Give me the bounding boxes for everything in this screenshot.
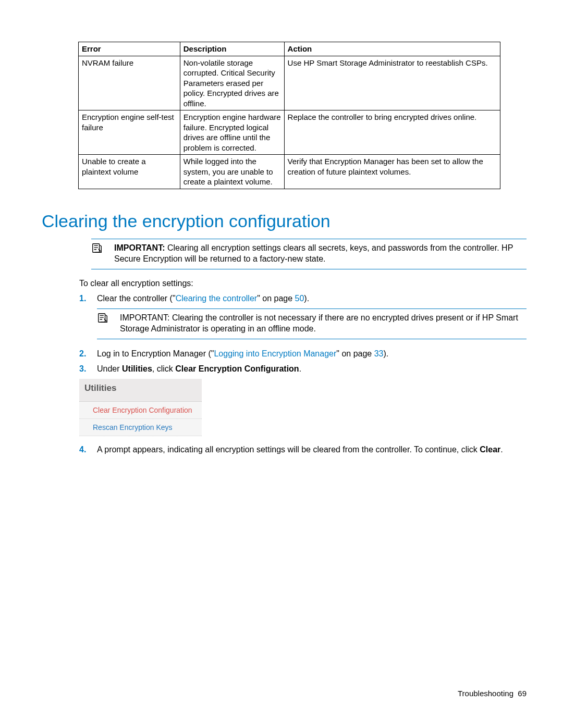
cell-error: Unable to create a plaintext volume — [79, 155, 180, 189]
step-2: 2. Log in to Encryption Manager ("Loggin… — [79, 348, 527, 360]
svg-rect-0 — [93, 243, 100, 252]
xref-page-33[interactable]: 33 — [374, 349, 384, 358]
col-action: Action — [284, 42, 500, 56]
clear-encryption-configuration-link[interactable]: Clear Encryption Configuration — [79, 402, 202, 419]
step-text: , click — [152, 364, 175, 373]
cell-error: NVRAM failure — [79, 56, 180, 110]
important-callout: IMPORTANT: Clearing the controller is no… — [97, 309, 527, 339]
step-text: . — [500, 445, 503, 454]
footer-section: Troubleshooting — [458, 689, 513, 698]
cell-action: Verify that Encryption Manager has been … — [284, 155, 500, 189]
utilities-heading: Utilities — [79, 379, 202, 402]
step-number: 1. — [79, 292, 97, 344]
step-number: 4. — [79, 443, 97, 455]
section-heading: Clearing the encryption configuration — [42, 211, 527, 231]
step-text: Clear the controller (" — [97, 294, 176, 303]
important-label: IMPORTANT: — [120, 313, 169, 322]
step-text: Under — [97, 364, 122, 373]
clear-bold: Clear — [480, 445, 500, 454]
clear-config-bold: Clear Encryption Configuration — [175, 364, 299, 373]
step-number: 3. — [79, 363, 97, 375]
cell-action: Use HP Smart Storage Administrator to re… — [284, 56, 500, 110]
important-text: Clearing the controller is not necessary… — [120, 313, 518, 334]
important-icon — [91, 242, 114, 265]
cell-desc: While logged into the system, you are un… — [180, 155, 284, 189]
step-number: 2. — [79, 348, 97, 360]
step-text: A prompt appears, indicating all encrypt… — [97, 445, 480, 454]
svg-rect-1 — [99, 314, 105, 323]
table-row: NVRAM failure Non-volatile storage corru… — [79, 56, 500, 110]
important-icon — [97, 312, 120, 335]
step-text: " on page — [257, 294, 295, 303]
table-row: Unable to create a plaintext volume Whil… — [79, 155, 500, 189]
cell-desc: Encryption engine hardware failure. Encr… — [180, 110, 284, 155]
step-text: ). — [304, 294, 309, 303]
table-row: Encryption engine self-test failure Encr… — [79, 110, 500, 155]
col-description: Description — [180, 42, 284, 56]
step-text: . — [299, 364, 301, 373]
xref-clearing-controller[interactable]: Clearing the controller — [176, 294, 258, 303]
cell-desc: Non-volatile storage corrupted. Critical… — [180, 56, 284, 110]
utilities-bold: Utilities — [122, 364, 152, 373]
step-1: 1. Clear the controller ("Clearing the c… — [79, 292, 527, 344]
important-text: Clearing all encryption settings clears … — [114, 243, 513, 264]
step-text: Log in to Encryption Manager (" — [97, 349, 214, 358]
cell-error: Encryption engine self-test failure — [79, 110, 180, 155]
step-4: 4. A prompt appears, indicating all encr… — [79, 443, 527, 455]
xref-page-50[interactable]: 50 — [295, 294, 304, 303]
error-table: Error Description Action NVRAM failure N… — [78, 42, 500, 189]
utilities-panel: Utilities Clear Encryption Configuration… — [79, 379, 202, 436]
cell-action: Replace the controller to bring encrypte… — [284, 110, 500, 155]
footer-page: 69 — [518, 689, 527, 698]
steps-list: 1. Clear the controller ("Clearing the c… — [79, 292, 527, 375]
important-callout: IMPORTANT: Clearing all encryption setti… — [91, 239, 527, 269]
col-error: Error — [79, 42, 180, 56]
xref-logging-encryption-manager[interactable]: Logging into Encryption Manager — [214, 349, 336, 358]
important-label: IMPORTANT: — [114, 243, 165, 252]
intro-text: To clear all encryption settings: — [79, 279, 527, 288]
page-footer: Troubleshooting 69 — [458, 689, 527, 698]
steps-list-cont: 4. A prompt appears, indicating all encr… — [79, 443, 527, 455]
step-text: ). — [384, 349, 389, 358]
rescan-encryption-keys-link[interactable]: Rescan Encryption Keys — [79, 419, 202, 436]
step-text: " on page — [336, 349, 374, 358]
step-3: 3. Under Utilities, click Clear Encrypti… — [79, 363, 527, 375]
